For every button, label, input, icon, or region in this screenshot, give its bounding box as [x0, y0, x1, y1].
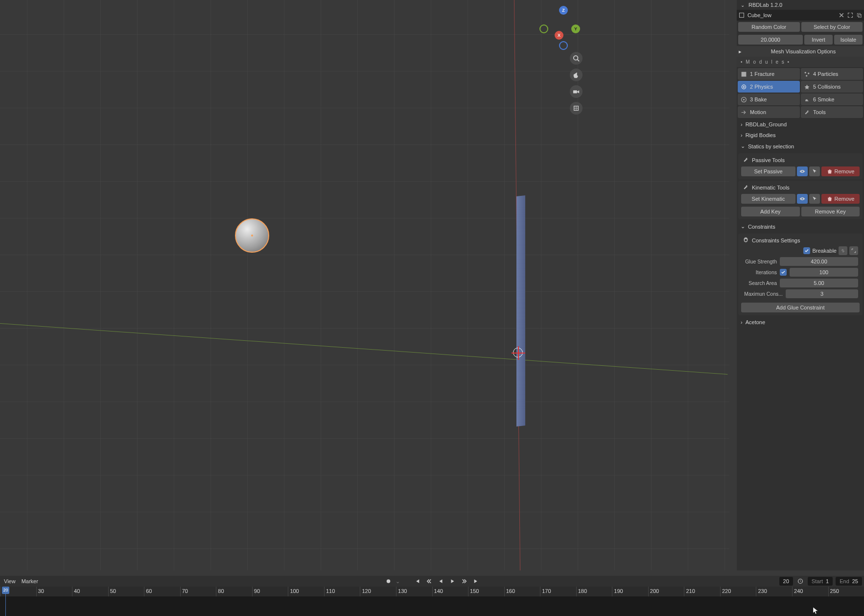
dropdown-icon[interactable]: ⌄	[396, 578, 400, 585]
rigid-bodies-section-toggle[interactable]: ›Rigid Bodies	[737, 130, 864, 141]
timeline-track[interactable]	[0, 596, 864, 616]
jump-start-button[interactable]	[413, 577, 421, 586]
gizmo-neg-z[interactable]	[559, 41, 568, 50]
iterations-checkbox[interactable]	[780, 269, 787, 276]
mesh-sphere-object[interactable]	[235, 218, 269, 253]
timeline-marker-menu[interactable]: Marker	[22, 578, 38, 584]
auto-key-toggle[interactable]	[384, 577, 393, 586]
svg-point-13	[743, 86, 745, 87]
ruler-tick: 30	[36, 587, 72, 596]
module-smoke[interactable]: 6 Smoke	[801, 94, 863, 105]
ruler-tick: 140	[432, 587, 468, 596]
gizmo-z-axis[interactable]: Z	[559, 6, 568, 15]
kinematic-tools-section: Kinematic Tools Set Kinematic Remove Add…	[738, 181, 863, 219]
keyframe-next-button[interactable]	[460, 577, 468, 586]
search-area-label: Search Area	[743, 280, 777, 286]
eye-toggle-passive[interactable]	[797, 166, 808, 176]
modules-grid: 1 Fracture 4 Particles 2 Physics 5 Colli…	[737, 67, 864, 119]
panel-header[interactable]: ⌄ RBDLab 1.2.0	[737, 0, 864, 10]
end-frame-field[interactable]: End25	[836, 577, 862, 586]
play-reverse-button[interactable]	[436, 577, 445, 586]
pan-tool-icon[interactable]	[570, 69, 583, 81]
ground-section-toggle[interactable]: ›RBDLab_Ground	[737, 119, 864, 130]
gear-icon	[743, 237, 749, 243]
set-passive-button[interactable]: Set Passive	[741, 166, 795, 176]
camera-tool-icon[interactable]	[570, 85, 583, 98]
invert-button[interactable]: Invert	[804, 35, 833, 45]
keyframe-prev-button[interactable]	[424, 577, 433, 586]
play-button[interactable]	[448, 577, 457, 586]
breakable-checkbox[interactable]	[803, 247, 810, 254]
close-icon[interactable]	[839, 12, 844, 18]
trash-icon	[827, 168, 833, 174]
object-name-field[interactable]: Cube_low	[747, 12, 836, 18]
module-fracture[interactable]: 1 Fracture	[738, 68, 800, 80]
panel-title: RBDLab 1.2.0	[748, 2, 782, 8]
link-icon[interactable]	[839, 246, 847, 255]
gizmo-x-axis[interactable]: X	[555, 31, 563, 40]
remove-kinematic-button[interactable]: Remove	[821, 194, 860, 204]
module-tools[interactable]: Tools	[801, 106, 863, 118]
jump-end-button[interactable]	[471, 577, 480, 586]
svg-point-16	[386, 579, 390, 583]
ruler-tick: 90	[252, 587, 288, 596]
mesh-wall-object[interactable]	[516, 195, 525, 426]
breakable-label: Breakable	[812, 248, 837, 254]
remove-key-button[interactable]: Remove Key	[801, 207, 860, 216]
persp-tool-icon[interactable]	[570, 102, 583, 115]
timeline-view-menu[interactable]: View	[4, 578, 16, 584]
current-frame-field[interactable]: 20	[779, 577, 793, 586]
start-frame-field[interactable]: Start1	[808, 577, 833, 586]
gizmo-neg-y[interactable]	[539, 24, 548, 33]
isolate-button[interactable]: Isolate	[834, 35, 863, 45]
ruler-tick: 50	[108, 587, 144, 596]
ruler-tick: 40	[72, 587, 108, 596]
playhead-marker[interactable]: 20	[2, 587, 9, 594]
cursor-toggle-passive[interactable]	[809, 166, 820, 176]
svg-point-11	[806, 75, 807, 76]
chevron-right-icon: ›	[741, 319, 743, 325]
statics-section-toggle[interactable]: ⌄Statics by selection	[737, 141, 864, 152]
ruler-tick: 220	[720, 587, 756, 596]
module-bake[interactable]: 3 Bake	[738, 94, 800, 105]
constraints-section-toggle[interactable]: ⌄Constraints	[737, 221, 864, 232]
ruler-tick: 210	[684, 587, 720, 596]
fullscreen-icon[interactable]	[847, 12, 853, 18]
module-collisions[interactable]: 5 Collisions	[801, 81, 863, 93]
ruler-tick: 170	[540, 587, 576, 596]
chevron-right-icon: ›	[741, 121, 743, 127]
add-glue-constraint-button[interactable]: Add Glue Constraint	[741, 303, 860, 312]
viewport-3d[interactable]: Z Y X	[0, 0, 729, 570]
angle-value-field[interactable]: 20.0000	[738, 35, 803, 45]
search-area-field[interactable]: 5.00	[780, 279, 858, 287]
playback-controls: ⌄	[384, 576, 480, 587]
ruler-tick: 190	[612, 587, 648, 596]
add-key-button[interactable]: Add Key	[741, 207, 800, 216]
ruler-tick: 80	[216, 587, 252, 596]
remove-passive-button[interactable]: Remove	[821, 166, 860, 176]
eye-toggle-kinematic[interactable]	[797, 194, 808, 204]
ruler-tick: 230	[756, 587, 792, 596]
zoom-tool-icon[interactable]	[570, 52, 583, 65]
max-cons-field[interactable]: 3	[786, 289, 858, 298]
gizmo-y-axis[interactable]: Y	[571, 24, 580, 33]
select-by-color-button[interactable]: Select by Color	[801, 22, 863, 32]
acetone-section-toggle[interactable]: ›Acetone	[737, 317, 864, 328]
expand-icon[interactable]	[849, 246, 858, 255]
module-physics[interactable]: 2 Physics	[738, 81, 800, 93]
cursor-toggle-kinematic[interactable]	[809, 194, 820, 204]
random-color-button[interactable]: Random Color	[738, 22, 800, 32]
mouse-cursor-icon	[813, 607, 819, 615]
module-motion[interactable]: Motion	[738, 106, 800, 118]
glue-strength-field[interactable]: 420.00	[780, 257, 858, 266]
clock-icon[interactable]	[796, 577, 805, 586]
set-kinematic-button[interactable]: Set Kinematic	[741, 194, 795, 204]
navigation-gizmo[interactable]: Z Y X	[538, 5, 580, 47]
copy-icon[interactable]	[856, 12, 862, 18]
module-particles[interactable]: 4 Particles	[801, 68, 863, 80]
iterations-field[interactable]: 100	[790, 268, 858, 277]
ruler-tick: 60	[144, 587, 180, 596]
timeline-ruler[interactable]: 2030405060708090100110120130140150160170…	[0, 587, 864, 596]
trash-icon	[827, 196, 833, 202]
mesh-vis-expander[interactable]: ▸ Mesh Visualization Options	[737, 46, 864, 57]
